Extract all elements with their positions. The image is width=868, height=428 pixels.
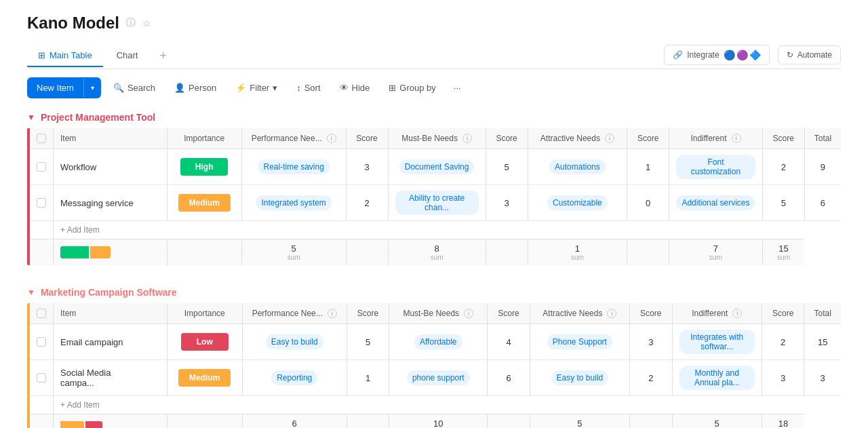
row-checkbox[interactable] xyxy=(37,198,46,208)
need-tag[interactable]: Real-time saving xyxy=(258,159,329,174)
indifferent-info-icon[interactable]: i xyxy=(732,309,742,318)
person-button[interactable]: 👤 Person xyxy=(167,79,223,97)
sum-total: 15 sum xyxy=(770,244,798,261)
bar-low xyxy=(85,421,102,428)
must-be-tag[interactable]: Document Saving xyxy=(399,159,475,174)
must-be-cell[interactable]: phone support xyxy=(389,360,488,396)
must-be-cell[interactable]: Ability to create chan... xyxy=(388,185,486,221)
row-checkbox[interactable] xyxy=(37,373,46,383)
importance-badge: Medium xyxy=(178,369,231,387)
header-checkbox[interactable] xyxy=(37,134,46,143)
attractive-tag[interactable]: Customizable xyxy=(547,195,608,210)
must-be-cell[interactable]: Document Saving xyxy=(388,149,486,185)
group-header-project-mgmt[interactable]: ▼ Project Management Tool xyxy=(27,106,841,128)
score1-cell: 1 xyxy=(347,360,389,396)
th-item: Item xyxy=(54,128,167,149)
indifferent-tag[interactable]: Monthly and Annual pla... xyxy=(679,366,755,390)
need-tag[interactable]: Reporting xyxy=(271,370,317,385)
indifferent-tag[interactable]: Additional services xyxy=(676,195,755,210)
add-item-button[interactable]: + Add Item xyxy=(60,225,834,235)
sort-button[interactable]: ↕ Sort xyxy=(290,79,327,97)
row-checkbox[interactable] xyxy=(37,162,46,172)
importance-badge: Medium xyxy=(178,194,231,212)
indifferent-info-icon[interactable]: i xyxy=(732,134,741,143)
indifferent-cell[interactable]: Integrates with softwar... xyxy=(672,324,762,360)
indifferent-cell[interactable]: Monthly and Annual pla... xyxy=(672,360,762,396)
attractive-cell[interactable]: Customizable xyxy=(528,185,627,221)
add-item-button[interactable]: + Add Item xyxy=(60,400,834,410)
th-score3: Score xyxy=(627,128,669,149)
group-chevron-icon: ▼ xyxy=(27,288,35,297)
total-cell: 15 xyxy=(804,324,841,360)
performance-info-icon[interactable]: i xyxy=(327,134,336,143)
toolbar: New Item ▾ 🔍 Search 👤 Person ⚡ Filter ▾ … xyxy=(0,69,868,106)
must-be-tag[interactable]: Affordable xyxy=(414,334,462,349)
automate-button[interactable]: ↻ Automate xyxy=(778,45,841,64)
header-checkbox[interactable] xyxy=(37,309,46,318)
sum-score2: 10 sum xyxy=(396,419,480,428)
attractive-tag[interactable]: Easy to build xyxy=(551,370,609,385)
performance-need-cell[interactable]: Integrated system xyxy=(241,185,346,221)
mustbe-info-icon[interactable]: i xyxy=(462,134,472,143)
search-button[interactable]: 🔍 Search xyxy=(106,79,162,97)
attractive-info-icon[interactable]: i xyxy=(605,134,614,143)
new-item-dropdown-arrow[interactable]: ▾ xyxy=(83,79,101,97)
page-title: Kano Model xyxy=(27,14,119,33)
filter-chevron: ▾ xyxy=(273,83,277,93)
attractive-cell[interactable]: Automations xyxy=(528,149,627,185)
tab-chart[interactable]: Chart xyxy=(106,45,149,67)
must-be-tag[interactable]: phone support xyxy=(407,370,470,385)
score4-cell: 5 xyxy=(762,185,804,221)
row-checkbox[interactable] xyxy=(37,337,46,347)
group-project-mgmt: ▼ Project Management Tool Item Importanc… xyxy=(27,106,841,265)
mustbe-info-icon[interactable]: i xyxy=(464,309,473,318)
performance-need-cell[interactable]: Real-time saving xyxy=(241,149,346,185)
th-indifferent: Indifferent i xyxy=(669,128,763,149)
performance-need-cell[interactable]: Easy to build xyxy=(242,324,347,360)
bar-medium xyxy=(60,421,84,428)
item-cell: Email campaign ⊕ xyxy=(54,324,167,360)
need-tag[interactable]: Easy to build xyxy=(266,334,323,349)
total-cell: 6 xyxy=(804,185,841,221)
item-cell: Social Media campa... ⊕ xyxy=(54,360,167,396)
sum-score3: 5 sum xyxy=(537,419,623,428)
info-icon[interactable]: ⓘ xyxy=(126,17,136,29)
group-by-button[interactable]: ⊞ Group by xyxy=(382,79,442,97)
sum-score2: 8 sum xyxy=(395,244,479,261)
th-score4: Score xyxy=(762,128,804,149)
must-be-tag[interactable]: Ability to create chan... xyxy=(395,191,479,215)
attractive-tag[interactable]: Automations xyxy=(549,159,606,174)
th-total: Total xyxy=(804,128,841,149)
tab-main-table[interactable]: ⊞ Main Table xyxy=(27,45,103,67)
attractive-info-icon[interactable]: i xyxy=(607,309,616,318)
score3-cell: 3 xyxy=(630,324,673,360)
attractive-tag[interactable]: Phone Support xyxy=(547,334,612,349)
group-title-project-mgmt: Project Management Tool xyxy=(41,112,155,123)
indifferent-cell[interactable]: Font customization xyxy=(669,149,763,185)
importance-bar xyxy=(60,421,160,428)
tab-add[interactable]: + xyxy=(151,43,175,69)
indifferent-tag[interactable]: Integrates with softwar... xyxy=(679,330,755,354)
star-icon[interactable]: ☆ xyxy=(142,18,151,28)
performance-need-cell[interactable]: Reporting xyxy=(242,360,347,396)
item-name-text: Workflow xyxy=(60,162,96,172)
must-be-cell[interactable]: Affordable xyxy=(389,324,488,360)
new-item-button[interactable]: New Item ▾ xyxy=(27,77,101,98)
hide-button[interactable]: 👁 Hide xyxy=(333,79,377,97)
attractive-cell[interactable]: Phone Support xyxy=(530,324,629,360)
sum-score1: 5 sum xyxy=(249,244,339,261)
th-indifferent: Indifferent i xyxy=(672,303,762,324)
indifferent-tag[interactable]: Font customization xyxy=(676,155,755,179)
performance-info-icon[interactable]: i xyxy=(328,309,337,318)
th-total: Total xyxy=(804,303,841,324)
group-header-marketing[interactable]: ▼ Marketing Campaign Software xyxy=(27,281,841,303)
add-item-row: + Add Item xyxy=(30,221,841,239)
more-options-button[interactable]: ··· xyxy=(448,79,467,97)
integrate-button[interactable]: 🔗 Integrate 🔵 🟣 🔷 xyxy=(664,45,769,65)
score2-cell: 3 xyxy=(486,185,528,221)
need-tag[interactable]: Integrated system xyxy=(256,195,331,210)
attractive-cell[interactable]: Easy to build xyxy=(530,360,629,396)
filter-button[interactable]: ⚡ Filter ▾ xyxy=(229,79,284,97)
indifferent-cell[interactable]: Additional services xyxy=(669,185,763,221)
integrate-icon: 🔗 xyxy=(673,50,683,60)
